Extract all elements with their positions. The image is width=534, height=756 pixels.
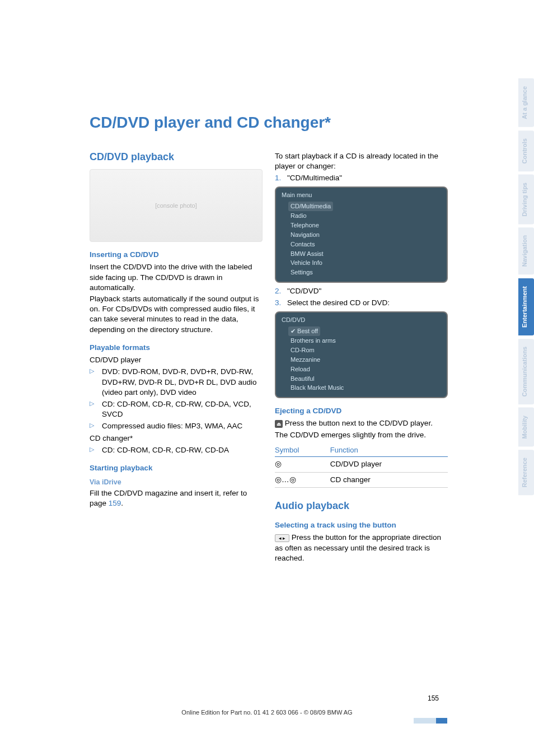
eject-icon: ⏏ <box>275 420 283 428</box>
table-row: ◎…◎ CD changer <box>275 472 448 487</box>
section-tab-communications[interactable]: Communications <box>518 339 534 404</box>
idrive-screenshot-main-menu: Main menu CD/Multimedia Radio Telephone … <box>275 186 448 283</box>
section-tab-driving-tips[interactable]: Driving tips <box>518 175 534 225</box>
section-tab-entertainment[interactable]: Entertainment <box>518 278 534 335</box>
page-title: CD/DVD player and CD changer* <box>90 112 448 133</box>
body-text: ◂ ▸ Press the button for the appropriate… <box>275 533 448 563</box>
table-cell: CD changer <box>330 472 448 487</box>
list-item: CD: CD-ROM, CD-R, CD-RW, CD-DA, VCD, SVC… <box>90 399 263 419</box>
body-text: CD/DVD player <box>90 355 263 365</box>
heading-playable-formats: Playable formats <box>90 343 263 353</box>
menu-item: Navigation <box>291 230 441 240</box>
list-item: Compressed audio files: MP3, WMA, AAC <box>90 421 263 431</box>
menu-item: Settings <box>291 268 441 277</box>
page-link-159[interactable]: 159 <box>109 499 121 507</box>
page-number: 155 <box>428 694 439 703</box>
menu-item: Telephone <box>291 221 441 230</box>
disc-range-icon: ◎…◎ <box>275 472 330 487</box>
table-header-function: Function <box>330 444 448 457</box>
menu-item: Radio <box>291 211 441 221</box>
heading-inserting: Inserting a CD/DVD <box>90 250 263 260</box>
menu-item-selected: CD/Multimedia <box>288 202 333 211</box>
heading-cd-dvd-playback: CD/DVD playback <box>90 150 263 164</box>
menu-item: Contacts <box>291 240 441 249</box>
menu-item: Black Market Music <box>291 383 441 393</box>
heading-starting-playback: Starting playback <box>90 463 263 473</box>
body-text: ⏏ Press the button next to the CD/DVD pl… <box>275 418 448 428</box>
page-progress-bar <box>414 718 447 724</box>
menu-item: Beautiful <box>291 374 441 384</box>
table-row: ◎ CD/DVD player <box>275 457 448 472</box>
section-tab-navigation[interactable]: Navigation <box>518 227 534 274</box>
body-text: Insert the CD/DVD into the drive with th… <box>90 262 263 293</box>
heading-audio-playback: Audio playback <box>275 499 448 512</box>
changer-list: CD: CD-ROM, CD-R, CD-RW, CD-DA <box>90 445 263 455</box>
menu-item: CD-Rom <box>291 346 441 355</box>
menu-item: BMW Assist <box>291 249 441 259</box>
menu-title: CD/DVD <box>282 316 305 324</box>
menu-item: Mezzanine <box>291 355 441 365</box>
disc-icon: ◎ <box>275 457 330 472</box>
step-item: Select the desired CD or DVD: <box>275 298 448 308</box>
steps-list: "CD/Multimedia" <box>275 173 448 183</box>
heading-selecting-track: Selecting a track using the button <box>275 520 448 530</box>
list-item: CD: CD-ROM, CD-R, CD-RW, CD-DA <box>90 445 263 455</box>
idrive-screenshot-cd-dvd: CD/DVD ✔ Best off Brothers in arms CD-Ro… <box>275 311 448 398</box>
heading-via-idrive: Via iDrive <box>90 478 263 487</box>
body-text: CD changer* <box>90 433 263 444</box>
section-tab-mobility[interactable]: Mobility <box>518 408 534 447</box>
formats-list: DVD: DVD-ROM, DVD-R, DVD+R, DVD-RW, DVD+… <box>90 367 263 431</box>
body-text: To start playback if a CD is already loc… <box>275 151 448 171</box>
prev-next-icon: ◂ ▸ <box>275 534 289 542</box>
menu-title: Main menu <box>282 191 312 199</box>
list-item: DVD: DVD-ROM, DVD-R, DVD+R, DVD-RW, DVD+… <box>90 367 263 398</box>
dashboard-photo: [console photo] <box>90 169 263 242</box>
symbol-table: Symbol Function ◎ CD/DVD player ◎…◎ CD c… <box>275 444 448 488</box>
menu-item: Brothers in arms <box>291 336 441 346</box>
step-item: "CD/Multimedia" <box>275 173 448 183</box>
section-tab-at-a-glance[interactable]: At a glance <box>518 78 534 127</box>
body-text: Fill the CD/DVD magazine and insert it, … <box>90 488 263 508</box>
body-text: The CD/DVD emerges slightly from the dri… <box>275 430 448 440</box>
table-cell: CD/DVD player <box>330 457 448 472</box>
heading-ejecting: Ejecting a CD/DVD <box>275 406 448 416</box>
menu-item-selected: ✔ Best off <box>288 326 320 336</box>
footer-text: Online Edition for Part no. 01 41 2 603 … <box>0 708 534 717</box>
menu-item: Vehicle Info <box>291 258 441 268</box>
menu-item: Reload <box>291 365 441 374</box>
section-tab-controls[interactable]: Controls <box>518 130 534 171</box>
steps-list: "CD/DVD" Select the desired CD or DVD: <box>275 286 448 308</box>
body-text: Playback starts automatically if the sou… <box>90 294 263 335</box>
section-tab-reference[interactable]: Reference <box>518 450 534 495</box>
step-item: "CD/DVD" <box>275 286 448 296</box>
table-header-symbol: Symbol <box>275 444 330 457</box>
